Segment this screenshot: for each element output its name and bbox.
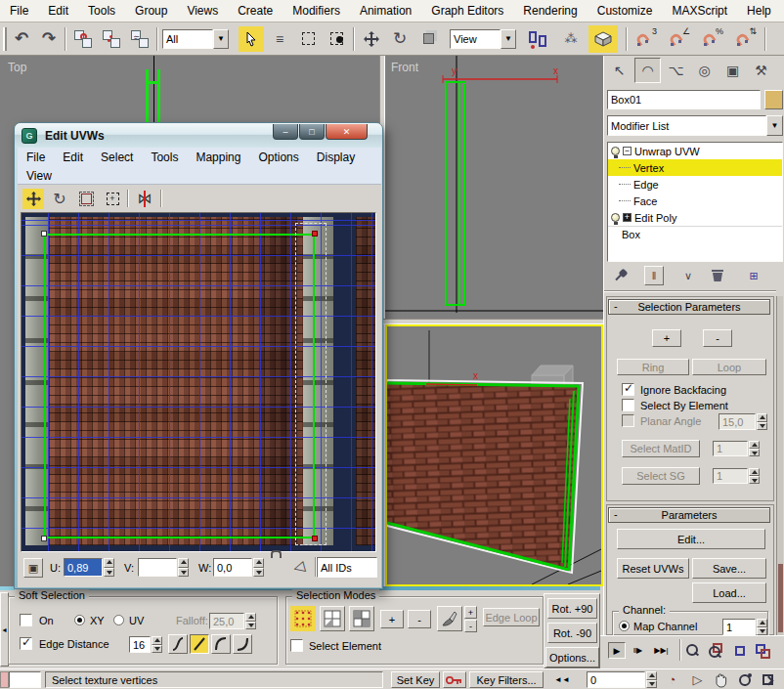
menu-help[interactable]: Help — [737, 4, 781, 18]
options-button[interactable]: Options... — [545, 647, 599, 667]
zoom-extents-button[interactable] — [729, 640, 750, 661]
bind-to-spacewarp-button[interactable]: ≈ — [127, 26, 152, 52]
menu-file[interactable]: File — [0, 4, 38, 18]
uv-scale-button[interactable] — [75, 189, 97, 209]
edge-distance-spinner[interactable] — [152, 636, 162, 653]
panel-scrollbar-thumb[interactable] — [778, 564, 783, 632]
ignore-backfacing-checkbox[interactable] — [622, 383, 634, 396]
w-spinner[interactable] — [253, 558, 264, 577]
select-matid-button[interactable]: Select MatID — [622, 440, 700, 457]
matid-field[interactable]: 1 — [713, 441, 748, 456]
filter-selected-faces-toggle[interactable]: ◁ — [289, 557, 309, 577]
collapse-icon[interactable]: − — [623, 147, 632, 155]
uvw-menu-edit[interactable]: Edit — [54, 151, 92, 164]
menu-modifiers[interactable]: Modifiers — [283, 4, 350, 18]
select-and-scale-button[interactable] — [415, 26, 441, 52]
matid-filter-dropdown[interactable]: All IDs — [317, 557, 377, 578]
mirror-button[interactable] — [526, 26, 551, 52]
edge-mode-button[interactable] — [320, 606, 345, 631]
snap-toggle-3d[interactable]: 3 — [632, 26, 659, 52]
edge-distance-field[interactable]: 16 — [129, 636, 151, 653]
mini-listener-script-pane[interactable] — [9, 671, 41, 688]
rotate-plus-90-button[interactable]: Rot. +90 — [547, 598, 597, 619]
key-filters-button[interactable]: Key Filters... — [469, 671, 544, 688]
field-of-view-button[interactable]: ▷ — [687, 670, 708, 689]
panel-scrollbar[interactable] — [776, 296, 783, 635]
uv-radio[interactable] — [113, 615, 124, 625]
loop-button[interactable]: Loop — [692, 359, 766, 375]
tab-hierarchy[interactable]: ⌥ — [663, 58, 689, 83]
uv-canvas[interactable] — [21, 212, 376, 552]
tab-motion[interactable]: ◎ — [691, 58, 718, 83]
current-time-field[interactable]: 0 — [587, 671, 645, 688]
zoom-all-button[interactable] — [706, 640, 726, 661]
tab-display[interactable]: ▣ — [719, 58, 746, 83]
make-unique-button[interactable]: ∨ — [678, 266, 698, 285]
reset-uvws-button[interactable]: Reset UVWs — [617, 558, 689, 579]
falloff-spinner[interactable] — [245, 613, 256, 629]
select-by-element-checkbox[interactable] — [622, 399, 634, 411]
modifier-list-dropdown[interactable]: Modifier List — [607, 115, 766, 136]
uvw-menu-options[interactable]: Options — [249, 151, 307, 164]
stack-item-edit-poly[interactable]: + Edit Poly — [608, 209, 782, 226]
pan-view-button[interactable] — [711, 670, 731, 689]
percent-snap-toggle[interactable]: % — [698, 26, 725, 52]
edge-loop-button[interactable]: Edge Loop — [483, 608, 540, 626]
manipulate-button[interactable]: ⁂ — [559, 26, 583, 52]
select-and-rotate-button[interactable]: ↻ — [387, 26, 413, 52]
parameters-header[interactable]: - Parameters — [608, 507, 770, 523]
falloff-slow-curve-button[interactable] — [233, 634, 252, 654]
selection-set-dropdown-arrow[interactable]: ▼ — [213, 29, 229, 49]
pin-stack-button[interactable] — [611, 266, 631, 285]
undo-button[interactable]: ↶ — [10, 27, 33, 51]
bulb-icon[interactable] — [611, 147, 620, 155]
uv-vertex-handle[interactable] — [41, 536, 47, 541]
configure-modifier-sets-button[interactable]: ⊞ — [744, 266, 763, 285]
shrink-uv-selection-button[interactable]: - — [408, 610, 431, 628]
go-to-end-button[interactable]: ▶▶| — [651, 642, 672, 659]
uv-move-button[interactable] — [22, 189, 44, 209]
perspective-viewport[interactable]: x — [385, 324, 603, 586]
reference-coordinate-dropdown[interactable]: View — [450, 29, 501, 49]
uvw-menu-view[interactable]: View — [18, 169, 61, 183]
load-uvws-button[interactable]: Load... — [692, 582, 766, 603]
absolute-offset-toggle[interactable]: ▣ — [23, 558, 43, 578]
time-spinner[interactable] — [646, 671, 657, 688]
angle-snap-toggle[interactable]: ∠ — [665, 26, 692, 52]
sg-spinner[interactable] — [749, 468, 760, 484]
close-button[interactable]: ✕ — [326, 124, 368, 140]
uvw-menu-file[interactable]: File — [18, 151, 54, 164]
bulb-icon[interactable] — [611, 213, 620, 222]
select-and-move-button[interactable] — [359, 26, 384, 52]
save-uvws-button[interactable]: Save... — [692, 558, 766, 579]
modifier-list-arrow[interactable]: ▼ — [766, 115, 783, 136]
map-channel-radio[interactable] — [619, 621, 630, 631]
menu-customize[interactable]: Customize — [588, 4, 663, 18]
ref-coord-dropdown-arrow[interactable]: ▼ — [501, 29, 516, 49]
object-name-field[interactable]: Box01 — [607, 90, 761, 109]
select-by-name-button[interactable]: ≡ — [267, 26, 292, 52]
toolbar-grip[interactable] — [3, 27, 7, 51]
maximize-viewport-toggle[interactable] — [758, 670, 778, 689]
edge-distance-checkbox[interactable] — [20, 637, 32, 650]
uvw-menu-mapping[interactable]: Mapping — [187, 151, 249, 164]
soft-selection-on-checkbox[interactable] — [20, 614, 32, 626]
front-viewport[interactable]: Front y x — [385, 56, 603, 319]
named-selection-set-dropdown[interactable]: All — [162, 29, 213, 49]
stack-item-vertex[interactable]: Vertex — [608, 159, 782, 176]
object-color-swatch[interactable] — [764, 90, 783, 109]
select-and-link-button[interactable] — [70, 26, 96, 52]
menu-tools[interactable]: Tools — [78, 4, 125, 18]
zoom-extents-all-button[interactable] — [753, 640, 773, 661]
falloff-field[interactable]: 25,0 — [209, 613, 244, 629]
time-configuration-button[interactable]: ◔ — [662, 670, 682, 689]
rectangular-selection-region-button[interactable] — [295, 26, 321, 52]
face-mode-button[interactable] — [349, 606, 374, 631]
stack-item-unwrap-uvw[interactable]: − Unwrap UVW — [608, 143, 782, 159]
tab-utilities[interactable]: ⚒ — [748, 58, 774, 83]
brush-shrink-button[interactable]: - — [464, 620, 477, 632]
xy-radio[interactable] — [74, 615, 85, 625]
menu-animation[interactable]: Animation — [350, 4, 421, 18]
dialog-title-bar[interactable]: G Edit UVWs – □ ✕ — [15, 123, 382, 148]
minimize-button[interactable]: – — [273, 124, 298, 140]
